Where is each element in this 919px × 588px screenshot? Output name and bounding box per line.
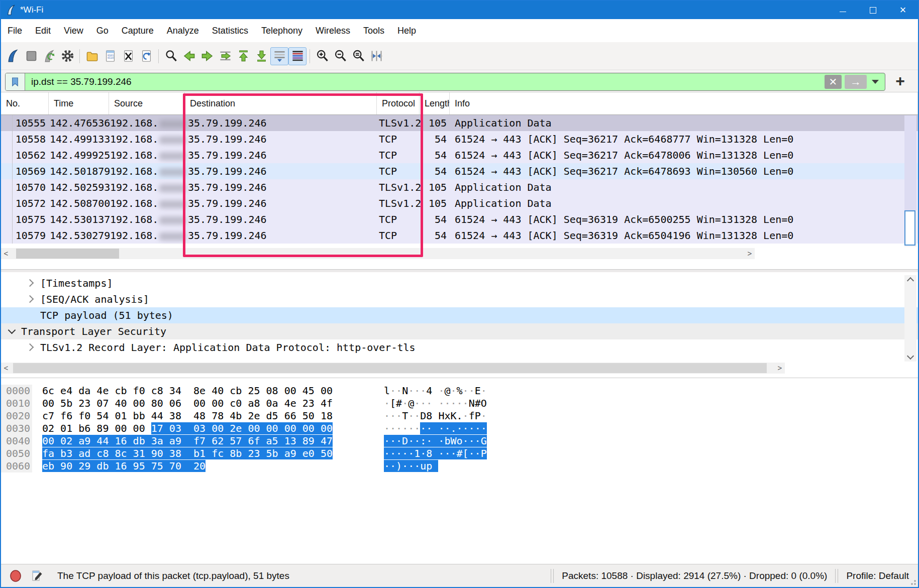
detail-row-transport-layer-security[interactable]: Transport Layer Security [1, 323, 918, 339]
filter-clear-button[interactable]: ✕ [825, 75, 842, 89]
packet-row-10575[interactable]: 10575 142.530137 192.168. 35.79.199.246 … [1, 211, 918, 227]
expert-info-button[interactable] [9, 569, 22, 583]
hex-row-0000[interactable]: 0000 6c e4 da 4e cb f0 c8 34 8e 40 cb 25… [1, 385, 918, 397]
detail-row-tcp-payload[interactable]: TCP payload (51 bytes) [1, 307, 918, 323]
scroll-up-arrow[interactable] [907, 277, 914, 284]
filter-expression-text[interactable]: ip.dst == 35.79.199.246 [25, 76, 825, 87]
expander-expanded-icon[interactable] [8, 326, 16, 334]
hex-ascii[interactable]: ···T··D8 HxK.·fP· [384, 410, 487, 422]
menu-analyze[interactable]: Analyze [160, 19, 206, 42]
close-button[interactable]: × [888, 1, 918, 19]
previous-packet-button[interactable] [180, 47, 198, 65]
packet-row-10572[interactable]: 10572 142.508700 192.168. 35.79.199.246 … [1, 195, 918, 211]
hex-row-0040[interactable]: 0040 00 02 a9 44 16 db 3a a9 f7 62 57 6f… [1, 435, 918, 447]
menu-view[interactable]: View [57, 19, 90, 42]
detail-hscrollbar[interactable]: < > [1, 363, 785, 374]
save-capture-file-button[interactable]: 01010110 [101, 47, 119, 65]
column-header-protocol[interactable]: Protocol [377, 92, 420, 114]
first-packet-button[interactable] [234, 47, 252, 65]
scroll-down-arrow[interactable] [907, 352, 914, 360]
hex-row-0050[interactable]: 0050 fa b3 ad c8 8c 31 90 38 b1 fc 8b 23… [1, 447, 918, 460]
maximize-button[interactable] [858, 1, 888, 19]
column-header-info[interactable]: Info [450, 92, 918, 114]
display-filter-input[interactable]: ip.dst == 35.79.199.246 ✕ → [5, 73, 885, 91]
restart-capture-button[interactable] [40, 47, 58, 65]
hex-row-0030[interactable]: 0030 02 01 b6 89 00 00 17 03 03 00 2e 00… [1, 422, 918, 435]
expander-collapsed-icon[interactable] [26, 343, 34, 351]
resize-grip[interactable] [910, 579, 916, 585]
expander-collapsed-icon[interactable] [26, 295, 34, 303]
scroll-left-arrow[interactable]: < [1, 363, 11, 374]
capture-options-button[interactable] [58, 47, 76, 65]
column-header-source[interactable]: Source [109, 92, 185, 114]
scroll-right-arrow[interactable]: > [745, 248, 755, 259]
menu-help[interactable]: Help [391, 19, 423, 42]
normal-size-button[interactable] [349, 47, 367, 65]
start-capture-button[interactable] [4, 47, 22, 65]
hscroll-thumb[interactable] [16, 249, 119, 259]
zoom-in-button[interactable] [313, 47, 331, 65]
scroll-right-arrow[interactable]: > [775, 363, 785, 374]
expander-collapsed-icon[interactable] [26, 279, 34, 287]
hex-row-0020[interactable]: 0020 c7 f6 f0 54 01 bb 44 38 48 78 4b 2e… [1, 410, 918, 422]
menu-telephony[interactable]: Telephony [255, 19, 309, 42]
detail-row-seq-ack-analysis[interactable]: [SEQ/ACK analysis] [1, 291, 918, 307]
scroll-left-arrow[interactable]: < [1, 248, 11, 259]
last-packet-button[interactable] [252, 47, 270, 65]
packet-row-10569[interactable]: 10569 142.501879 192.168. 35.79.199.246 … [1, 163, 918, 179]
find-packet-button[interactable] [162, 47, 180, 65]
packet-row-10570[interactable]: 10570 142.502593 192.168. 35.79.199.246 … [1, 179, 918, 195]
hex-bytes[interactable]: c7 f6 f0 54 01 bb 44 38 48 78 4b 2e d5 6… [42, 410, 333, 422]
hex-row-0060[interactable]: 0060 eb 90 29 db 16 95 75 70 20 ··)···up [1, 460, 918, 473]
vscroll-thumb[interactable] [904, 210, 915, 246]
hex-bytes[interactable]: 02 01 b6 89 00 00 17 03 03 00 2e 00 00 0… [42, 422, 333, 435]
resize-columns-button[interactable] [367, 47, 385, 65]
menu-go[interactable]: Go [90, 19, 115, 42]
hex-bytes[interactable]: 00 02 a9 44 16 db 3a a9 f7 62 57 6f a5 1… [42, 435, 333, 447]
hex-ascii[interactable]: ········ ··.····· [384, 422, 487, 435]
menu-statistics[interactable]: Statistics [206, 19, 255, 42]
column-header-length[interactable]: Length [420, 92, 450, 114]
profile-selector[interactable]: Profile: Default [846, 570, 909, 581]
colorize-button[interactable] [288, 47, 307, 65]
capture-comment-button[interactable] [31, 569, 43, 582]
hex-bytes[interactable]: 00 5b 23 07 40 00 80 06 00 00 c0 a8 0a 4… [42, 397, 333, 410]
detail-vscrollbar[interactable] [904, 275, 916, 362]
detail-row-timestamps[interactable]: [Timestamps] [1, 275, 918, 291]
go-to-packet-button[interactable] [216, 47, 234, 65]
menu-file[interactable]: File [1, 19, 29, 42]
hex-ascii[interactable]: ·····1·8 ···#[··P [384, 447, 487, 460]
column-header-destination[interactable]: Destination [185, 92, 377, 114]
hex-row-0010[interactable]: 0010 00 5b 23 07 40 00 80 06 00 00 c0 a8… [1, 397, 918, 410]
zoom-out-button[interactable] [331, 47, 349, 65]
packet-row-10558[interactable]: 10558 142.499133 192.168. 35.79.199.246 … [1, 131, 918, 147]
hex-bytes[interactable]: eb 90 29 db 16 95 75 70 20 [42, 460, 206, 473]
hex-ascii[interactable]: ··)···up [384, 460, 438, 473]
menu-tools[interactable]: Tools [357, 19, 391, 42]
close-capture-file-button[interactable] [119, 47, 137, 65]
packet-row-10555[interactable]: 10555 142.476536 192.168. 35.79.199.246 … [1, 115, 918, 131]
packet-row-10562[interactable]: 10562 142.499925 192.168. 35.79.199.246 … [1, 147, 918, 163]
open-capture-file-button[interactable] [83, 47, 101, 65]
filter-apply-button[interactable]: → [845, 75, 867, 89]
hex-bytes[interactable]: 6c e4 da 4e cb f0 c8 34 8e 40 cb 25 08 0… [42, 385, 333, 397]
minimize-button[interactable] [828, 1, 858, 19]
hscroll-thumb[interactable] [13, 363, 767, 373]
menu-capture[interactable]: Capture [115, 19, 160, 42]
menu-edit[interactable]: Edit [29, 19, 57, 42]
hex-ascii[interactable]: l··N···4 ·@·%··E· [384, 385, 487, 397]
hex-ascii[interactable]: ·[#·@··· ·····N#O [384, 397, 487, 410]
next-packet-button[interactable] [198, 47, 216, 65]
hex-bytes[interactable]: fa b3 ad c8 8c 31 90 38 b1 fc 8b 23 5b a… [42, 447, 333, 460]
packet-list-vscrollbar[interactable] [904, 115, 916, 247]
filter-dropdown-caret-icon[interactable] [872, 80, 879, 84]
detail-row-tls-record-layer[interactable]: TLSv1.2 Record Layer: Application Data P… [1, 339, 918, 356]
filter-add-button[interactable]: + [895, 72, 905, 90]
hex-ascii[interactable]: ···D··:· ·bWo···G [384, 435, 487, 447]
stop-capture-button[interactable] [22, 47, 40, 65]
filter-bookmark-button[interactable] [6, 73, 25, 90]
auto-scroll-button[interactable] [270, 47, 288, 65]
menu-wireless[interactable]: Wireless [309, 19, 357, 42]
column-header-no[interactable]: No. [1, 92, 49, 114]
column-header-time[interactable]: Time [49, 92, 109, 114]
